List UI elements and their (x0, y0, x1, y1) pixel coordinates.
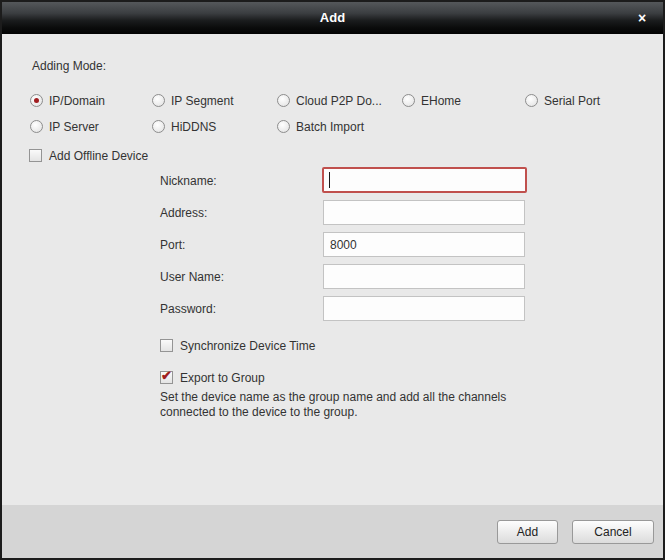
dialog-titlebar[interactable]: Add × (2, 2, 663, 34)
checkbox-label: Add Offline Device (49, 149, 148, 163)
synchronize-device-time-checkbox[interactable]: Synchronize Device Time (160, 338, 315, 353)
port-input[interactable] (323, 232, 525, 257)
radio-label: Cloud P2P Do... (296, 94, 382, 108)
radio-icon (402, 94, 415, 107)
radio-ehome[interactable]: EHome (402, 93, 461, 108)
close-icon[interactable]: × (632, 8, 652, 28)
username-label: User Name: (160, 270, 224, 285)
checkbox-icon (29, 149, 42, 162)
radio-icon (525, 94, 538, 107)
username-input[interactable] (323, 264, 525, 289)
radio-label: Serial Port (544, 94, 600, 108)
radio-label: IP Server (49, 120, 99, 134)
radio-label: EHome (421, 94, 461, 108)
radio-ip-server[interactable]: IP Server (30, 119, 99, 134)
address-input[interactable] (323, 200, 525, 225)
checkbox-checked-icon (160, 371, 173, 384)
radio-selected-icon (30, 94, 43, 107)
password-input[interactable] (323, 296, 525, 321)
add-offline-device-checkbox[interactable]: Add Offline Device (29, 148, 148, 163)
cancel-button[interactable]: Cancel (572, 520, 654, 544)
radio-icon (277, 94, 290, 107)
dialog-footer: Add Cancel (2, 505, 663, 558)
radio-icon (152, 94, 165, 107)
radio-serial-port[interactable]: Serial Port (525, 93, 600, 108)
radio-icon (152, 120, 165, 133)
add-device-dialog: Add × Adding Mode: IP/Domain IP Segment … (0, 0, 665, 560)
address-label: Address: (160, 206, 207, 221)
nickname-input[interactable] (322, 167, 527, 193)
nickname-label: Nickname: (160, 174, 217, 189)
add-button[interactable]: Add (497, 520, 558, 544)
password-label: Password: (160, 302, 216, 317)
checkbox-icon (160, 339, 173, 352)
radio-label: HiDDNS (171, 120, 216, 134)
radio-batch-import[interactable]: Batch Import (277, 119, 364, 134)
text-caret (329, 172, 330, 188)
radio-label: Batch Import (296, 120, 364, 134)
export-group-help-text: Set the device name as the group name an… (160, 390, 530, 420)
radio-ip-domain[interactable]: IP/Domain (30, 93, 105, 108)
radio-icon (30, 120, 43, 133)
radio-cloud-p2p[interactable]: Cloud P2P Do... (277, 93, 382, 108)
radio-label: IP/Domain (49, 94, 105, 108)
port-label: Port: (160, 238, 185, 253)
export-to-group-checkbox[interactable]: Export to Group (160, 370, 265, 385)
checkbox-label: Synchronize Device Time (180, 339, 315, 353)
dialog-title: Add (2, 2, 663, 34)
radio-icon (277, 120, 290, 133)
radio-ip-segment[interactable]: IP Segment (152, 93, 233, 108)
adding-mode-label: Adding Mode: (32, 59, 106, 74)
checkbox-label: Export to Group (180, 371, 265, 385)
radio-hiddns[interactable]: HiDDNS (152, 119, 216, 134)
radio-label: IP Segment (171, 94, 233, 108)
